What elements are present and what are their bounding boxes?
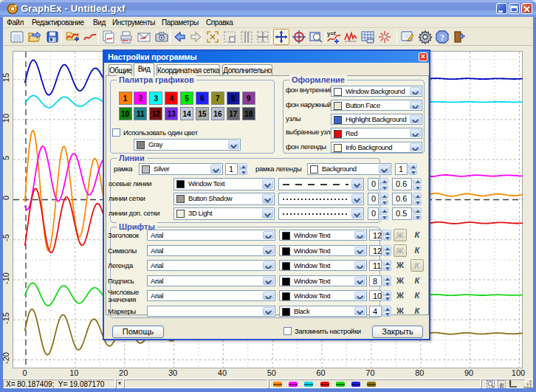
- svg-text:?: ?: [440, 32, 444, 43]
- svg-text:y=f: y=f: [327, 30, 336, 37]
